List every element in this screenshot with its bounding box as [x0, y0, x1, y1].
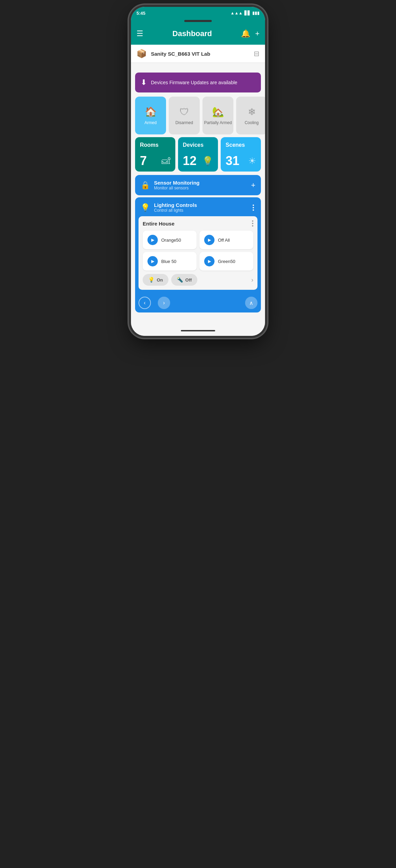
- on-bulb-icon: 💡: [148, 277, 155, 283]
- off-all-play-icon: ▶: [204, 235, 214, 245]
- lighting-header-text: Lighting Controls Control all lights: [154, 202, 247, 213]
- scene-buttons: ▶ Orange50 ▶ Off All ▶ Blue 50 ▶ Green50: [143, 231, 253, 271]
- wifi-icon: ▲▲▲: [230, 11, 243, 15]
- on-label: On: [157, 277, 163, 283]
- status-icons: ▲▲▲ ▋▋ ▮▮▮: [230, 11, 260, 15]
- status-cards: 🏠 Armed 🛡 Disarmed 🏡 Partially Armed ❄ C…: [131, 97, 265, 134]
- nav-collapse-button[interactable]: ∧: [245, 297, 257, 309]
- light-on-button[interactable]: 💡 On: [143, 274, 168, 286]
- devices-count: 12: [183, 154, 197, 168]
- blue50-play-icon: ▶: [147, 256, 158, 266]
- armed-label: Armed: [144, 120, 156, 125]
- green50-label: Green50: [218, 259, 235, 264]
- notification-button[interactable]: 🔔: [241, 29, 250, 38]
- status-time: 5:45: [136, 11, 230, 16]
- scene-green50[interactable]: ▶ Green50: [199, 252, 253, 271]
- summary-cards: Rooms 7 🛋 Devices 12 💡 Scenes 31 ☀: [131, 137, 265, 172]
- device-bar: 📦 Sanity SC_B663 VIT Lab ⊟: [131, 45, 265, 63]
- sensor-subtitle: Monitor all sensors: [154, 186, 247, 190]
- lighting-icon: 💡: [141, 203, 150, 212]
- entire-house-title: Entire House: [143, 221, 175, 227]
- sensor-title: Sensor Monitoring: [154, 180, 247, 186]
- notch-pill: [184, 20, 212, 22]
- main-content: 📦 Sanity SC_B663 VIT Lab ⊟ ⬇ Devices Fir…: [131, 45, 265, 326]
- devices-bottom: 12 💡: [183, 154, 213, 168]
- scenes-count: 31: [226, 154, 239, 168]
- app-header: ☰ Dashboard 🔔 +: [131, 23, 265, 45]
- nav-prev-button[interactable]: ‹: [139, 297, 151, 309]
- light-controls-arrow[interactable]: ›: [251, 276, 253, 284]
- device-name: Sanity SC_B663 VIT Lab: [151, 51, 250, 57]
- partially-armed-label: Partially Armed: [204, 120, 232, 125]
- light-off-button[interactable]: 🔦 Off: [171, 274, 197, 286]
- orange50-label: Orange50: [161, 238, 181, 243]
- firmware-banner[interactable]: ⬇ Devices Firmware Updates are available: [135, 73, 261, 92]
- off-label: Off: [185, 277, 192, 283]
- rooms-count: 7: [140, 154, 147, 168]
- sofa-icon: 🛋: [162, 156, 170, 166]
- light-controls: 💡 On 🔦 Off ›: [143, 274, 253, 286]
- disarmed-label: Disarmed: [175, 120, 193, 125]
- rooms-bottom: 7 🛋: [140, 154, 170, 168]
- scenes-bottom: 31 ☀: [226, 154, 256, 168]
- status-card-partially-armed[interactable]: 🏡 Partially Armed: [202, 97, 233, 134]
- scene-blue50[interactable]: ▶ Blue 50: [143, 252, 197, 271]
- lighting-subtitle: Control all lights: [154, 208, 247, 213]
- home-indicator: [131, 326, 265, 336]
- battery-icon: ▮▮▮: [252, 11, 260, 15]
- sensor-icon: 🔒: [141, 181, 150, 190]
- signal-icon: ▋▋: [244, 11, 251, 15]
- scene-off-all[interactable]: ▶ Off All: [199, 231, 253, 249]
- lighting-widget: 💡 Lighting Controls Control all lights E…: [135, 197, 261, 312]
- off-bulb-icon: 🔦: [177, 277, 183, 283]
- status-card-armed[interactable]: 🏠 Armed: [135, 97, 166, 134]
- entire-house-menu[interactable]: [252, 220, 253, 227]
- rooms-title: Rooms: [140, 142, 170, 148]
- blue50-label: Blue 50: [161, 259, 176, 264]
- partially-armed-icon: 🏡: [212, 106, 224, 118]
- cooling-icon: ❄: [248, 106, 256, 118]
- devices-card[interactable]: Devices 12 💡: [178, 137, 218, 172]
- download-icon: ⬇: [141, 78, 147, 87]
- header-icons: 🔔 +: [241, 29, 260, 38]
- bulb-icon: 💡: [202, 156, 213, 166]
- scene-orange50[interactable]: ▶ Orange50: [143, 231, 197, 249]
- green50-play-icon: ▶: [204, 256, 214, 266]
- status-card-disarmed[interactable]: 🛡 Disarmed: [169, 97, 200, 134]
- orange50-play-icon: ▶: [147, 235, 158, 245]
- scenes-title: Scenes: [226, 142, 256, 148]
- off-all-label: Off All: [218, 238, 230, 243]
- phone-frame: 5:45 ▲▲▲ ▋▋ ▮▮▮ ☰ Dashboard 🔔 + 📦 Sanity…: [131, 7, 265, 336]
- lighting-title: Lighting Controls: [154, 202, 247, 208]
- rooms-card[interactable]: Rooms 7 🛋: [135, 137, 175, 172]
- armed-icon: 🏠: [145, 106, 157, 118]
- lighting-body-header: Entire House: [143, 220, 253, 227]
- disarmed-icon: 🛡: [179, 106, 189, 118]
- status-card-cooling[interactable]: ❄ Cooling: [236, 97, 265, 134]
- lighting-body: Entire House ▶ Orange50 ▶ Off All: [139, 216, 257, 290]
- device-icon: 📦: [136, 49, 147, 58]
- status-bar: 5:45 ▲▲▲ ▋▋ ▮▮▮: [131, 7, 265, 19]
- notch: [131, 19, 265, 23]
- lighting-menu-icon[interactable]: [251, 203, 255, 212]
- home-bar: [181, 330, 215, 331]
- lighting-nav: ‹ › ∧: [135, 293, 261, 312]
- scenes-card[interactable]: Scenes 31 ☀: [221, 137, 261, 172]
- page-title: Dashboard: [147, 29, 238, 38]
- device-settings-icon[interactable]: ⊟: [254, 50, 260, 58]
- sensor-text: Sensor Monitoring Monitor all sensors: [154, 180, 247, 190]
- sun-icon: ☀: [248, 156, 256, 166]
- lighting-header[interactable]: 💡 Lighting Controls Control all lights: [135, 197, 261, 216]
- sensor-widget[interactable]: 🔒 Sensor Monitoring Monitor all sensors …: [135, 175, 261, 195]
- add-button[interactable]: +: [255, 29, 260, 38]
- menu-button[interactable]: ☰: [136, 29, 143, 38]
- devices-title: Devices: [183, 142, 213, 148]
- cooling-label: Cooling: [245, 120, 259, 125]
- sensor-add-icon[interactable]: +: [251, 181, 255, 190]
- firmware-text: Devices Firmware Updates are available: [151, 80, 237, 85]
- nav-next-button[interactable]: ›: [158, 297, 170, 309]
